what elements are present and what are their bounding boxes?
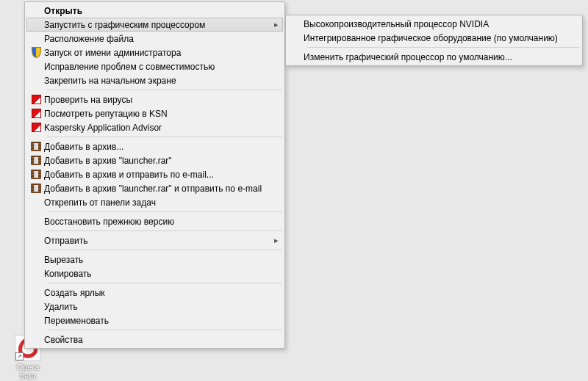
menu-item-label: Закрепить на начальном экране <box>44 76 270 86</box>
submenu-arrow-icon: ▸ <box>270 20 279 29</box>
menu-item-label: Добавить в архив "launcher.rar" <box>44 156 270 166</box>
kaspersky-icon <box>28 94 44 106</box>
icon-slot <box>28 19 44 31</box>
winrar-icon <box>28 155 44 167</box>
menu-item-label: Проверить на вирусы <box>44 95 270 105</box>
kaspersky-icon <box>28 108 44 120</box>
menu-item[interactable]: Высокопроизводительный процессор NVIDIA <box>287 17 581 31</box>
winrar-icon <box>28 141 44 153</box>
menu-item[interactable]: Kaspersky Application Advisor <box>26 120 283 134</box>
menu-item[interactable]: Создать ярлык <box>26 286 283 300</box>
icon-slot <box>28 287 44 299</box>
menu-item-label: Посмотреть репутацию в KSN <box>44 109 270 119</box>
menu-item-label: Открыть <box>44 6 270 16</box>
menu-item-label: Изменить графический процессор по умолча… <box>304 52 567 62</box>
menu-item[interactable]: Закрепить на начальном экране <box>26 73 283 87</box>
menu-item[interactable]: Открыть <box>26 4 283 18</box>
icon-slot <box>28 334 44 346</box>
icon-slot <box>28 75 44 87</box>
menu-separator <box>47 211 282 212</box>
menu-item-label: Удалить <box>44 302 270 312</box>
menu-item-label: Интегрированное графическое оборудование… <box>304 33 567 43</box>
menu-item-label: Kaspersky Application Advisor <box>44 123 270 133</box>
menu-item[interactable]: Посмотреть репутацию в KSN <box>26 106 283 120</box>
menu-separator <box>47 250 282 250</box>
icon-slot <box>28 216 44 228</box>
menu-item[interactable]: Переименовать <box>26 313 283 327</box>
context-menu: ОткрытьЗапустить с графическим процессор… <box>24 1 285 349</box>
icon-slot <box>289 32 304 44</box>
menu-item[interactable]: Добавить в архив "launcher.rar" и отправ… <box>26 181 283 195</box>
menu-separator <box>47 90 282 90</box>
menu-item-label: Свойства <box>44 335 270 345</box>
menu-item-label: Отправить <box>44 236 270 246</box>
menu-item[interactable]: Проверить на вирусы <box>26 92 283 106</box>
winrar-icon <box>28 169 44 181</box>
menu-item[interactable]: Интегрированное графическое оборудование… <box>287 31 581 45</box>
shield-icon <box>28 47 44 59</box>
icon-slot <box>28 301 44 313</box>
menu-item[interactable]: Запуск от имени администратора <box>26 46 283 59</box>
menu-item[interactable]: Запустить с графическим процессором▸ <box>26 18 283 32</box>
menu-item-label: Высокопроизводительный процессор NVIDIA <box>304 19 567 29</box>
menu-item[interactable]: Открепить от панели задач <box>26 195 283 209</box>
menu-separator <box>47 283 282 283</box>
menu-item[interactable]: Исправление проблем с совместимостью <box>26 59 283 73</box>
menu-item[interactable]: Добавить в архив и отправить по e-mail..… <box>26 167 283 181</box>
menu-item[interactable]: Копировать <box>26 266 283 280</box>
kaspersky-icon <box>28 122 44 134</box>
menu-item-label: Добавить в архив "launcher.rar" и отправ… <box>44 184 270 194</box>
icon-slot <box>28 268 44 280</box>
menu-separator <box>47 330 282 330</box>
icon-slot <box>289 51 304 63</box>
shortcut-overlay-icon: ↗ <box>15 352 24 360</box>
menu-item[interactable]: Изменить графический процессор по умолча… <box>287 50 581 64</box>
icon-slot <box>28 315 44 327</box>
menu-separator <box>306 47 580 48</box>
menu-item[interactable]: Свойства <box>26 333 283 346</box>
icon-slot <box>28 61 44 73</box>
menu-item-label: Запустить с графическим процессором <box>44 20 270 30</box>
menu-item-label: Вырезать <box>44 255 270 265</box>
menu-item[interactable]: Отправить▸ <box>26 233 283 247</box>
menu-item-label: Переименовать <box>44 316 270 326</box>
icon-slot <box>28 235 44 247</box>
gpu-submenu: Высокопроизводительный процессор NVIDIAИ… <box>285 15 583 66</box>
icon-slot <box>28 254 44 266</box>
icon-slot <box>28 33 44 45</box>
icon-slot <box>28 197 44 208</box>
menu-item[interactable]: Расположение файла <box>26 32 283 46</box>
desktop: ↗ Opera beta ОткрытьЗапустить с графичес… <box>0 0 588 381</box>
menu-item-label: Создать ярлык <box>44 288 270 298</box>
menu-item-label: Запуск от имени администратора <box>44 48 270 58</box>
menu-item[interactable]: Добавить в архив... <box>26 139 283 153</box>
menu-item-label: Копировать <box>44 269 270 279</box>
winrar-icon <box>28 183 44 195</box>
desktop-icon-label: Opera beta <box>7 362 49 381</box>
icon-slot <box>289 18 304 30</box>
menu-item[interactable]: Восстановить прежнюю версию <box>26 214 283 228</box>
menu-separator <box>47 231 282 231</box>
icon-slot <box>28 5 44 17</box>
menu-item-label: Открепить от панели задач <box>44 197 270 208</box>
menu-item-label: Добавить в архив и отправить по e-mail..… <box>44 170 270 180</box>
menu-item-label: Расположение файла <box>44 34 270 44</box>
menu-item[interactable]: Удалить <box>26 300 283 313</box>
menu-item[interactable]: Вырезать <box>26 253 283 266</box>
submenu-arrow-icon: ▸ <box>270 236 279 245</box>
menu-item[interactable]: Добавить в архив "launcher.rar" <box>26 153 283 167</box>
menu-separator <box>47 137 282 137</box>
menu-item-label: Добавить в архив... <box>44 142 270 152</box>
menu-item-label: Восстановить прежнюю версию <box>44 217 270 227</box>
menu-item-label: Исправление проблем с совместимостью <box>44 62 270 72</box>
